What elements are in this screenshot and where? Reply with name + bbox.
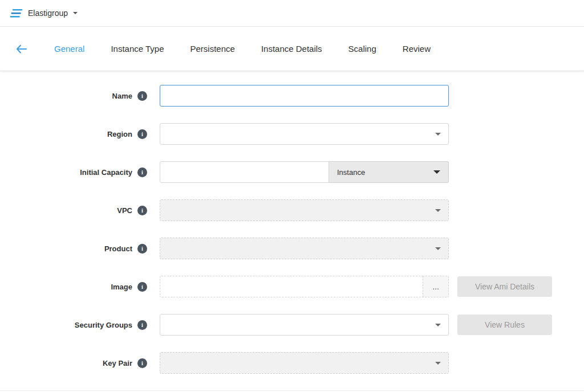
initial-capacity-input[interactable]: [160, 161, 329, 183]
initial-capacity-label: Initial Capacity: [80, 168, 132, 177]
product-label: Product: [104, 244, 132, 253]
info-icon[interactable]: i: [137, 168, 147, 177]
chevron-down-icon: [435, 362, 441, 365]
wizard-tabbar: General Instance Type Persistence Instan…: [0, 27, 584, 71]
image-label: Image: [111, 283, 132, 291]
info-icon[interactable]: i: [137, 244, 147, 254]
form-row-region: Region i: [0, 123, 584, 145]
capacity-unit-select[interactable]: Instance: [329, 161, 449, 183]
view-rules-button[interactable]: View Rules: [457, 315, 552, 335]
security-groups-label: Security Groups: [75, 321, 132, 329]
region-label: Region: [107, 130, 132, 138]
info-icon[interactable]: i: [137, 282, 147, 292]
tab-general[interactable]: General: [54, 44, 84, 54]
form-row-key-pair: Key Pair i: [0, 352, 584, 374]
elastigroup-wizard: Elastigroup General Instance Type Persis…: [0, 0, 584, 391]
image-input[interactable]: [160, 276, 423, 297]
view-ami-details-button[interactable]: View Ami Details: [457, 276, 552, 297]
tab-persistence[interactable]: Persistence: [190, 44, 235, 54]
elastigroup-logo-icon: [10, 9, 23, 18]
arrow-left-icon: [16, 44, 27, 54]
tab-review[interactable]: Review: [403, 44, 431, 54]
app-switcher[interactable]: Elastigroup: [10, 9, 78, 18]
name-label: Name: [112, 92, 132, 100]
info-icon[interactable]: i: [137, 358, 147, 368]
chevron-down-icon: [435, 209, 441, 212]
form-row-security-groups: Security Groups i View Rules: [0, 314, 584, 336]
chevron-down-icon: [435, 324, 441, 326]
security-groups-select[interactable]: [160, 314, 449, 336]
info-icon[interactable]: i: [137, 320, 147, 330]
section-divider: [0, 390, 584, 391]
form-row-vpc: VPC i: [0, 199, 584, 221]
chevron-down-icon: [73, 12, 78, 14]
info-icon[interactable]: i: [137, 91, 147, 101]
form-row-image: Image i ... View Ami Details: [0, 276, 584, 297]
name-input[interactable]: [160, 85, 449, 107]
form-row-initial-capacity: Initial Capacity i Instance: [0, 161, 584, 183]
key-pair-label: Key Pair: [103, 359, 132, 368]
wizard-tabs: General Instance Type Persistence Instan…: [54, 44, 431, 54]
app-title: Elastigroup: [28, 9, 68, 18]
back-button[interactable]: [13, 41, 30, 57]
tab-scaling[interactable]: Scaling: [348, 44, 376, 54]
form-row-name: Name i: [0, 85, 584, 107]
vpc-select: [160, 199, 449, 221]
key-pair-select: [160, 352, 449, 374]
chevron-down-icon: [433, 170, 440, 174]
topbar: Elastigroup: [0, 0, 584, 27]
info-icon[interactable]: i: [137, 129, 147, 139]
tab-instance-type[interactable]: Instance Type: [111, 44, 164, 54]
vpc-label: VPC: [117, 206, 132, 215]
chevron-down-icon: [435, 133, 441, 136]
region-select[interactable]: [160, 123, 449, 145]
chevron-down-icon: [435, 247, 441, 250]
tab-instance-details[interactable]: Instance Details: [261, 44, 322, 54]
general-form: Name i Region i Initial Capacit: [0, 71, 584, 374]
capacity-unit-value: Instance: [337, 168, 365, 177]
info-icon[interactable]: i: [137, 206, 147, 215]
form-row-product: Product i: [0, 238, 584, 259]
product-select: [160, 238, 449, 259]
browse-image-button[interactable]: ...: [423, 276, 449, 297]
